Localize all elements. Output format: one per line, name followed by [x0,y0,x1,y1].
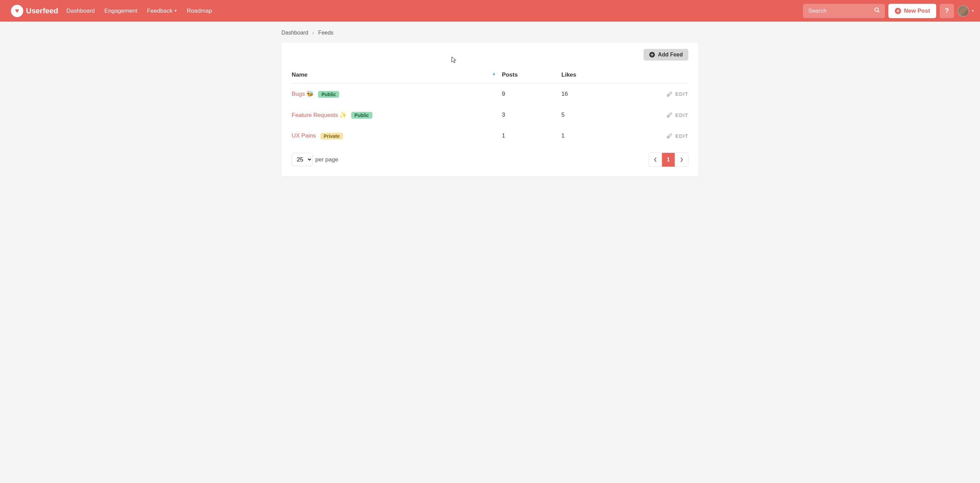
main-content: Dashboard › Feeds Add Feed Name ▲ [282,22,698,185]
feed-likes-count: 16 [562,83,621,105]
visibility-badge: Public [318,91,339,98]
brand-logo[interactable]: ♥ Userfeed [11,5,58,17]
search-input[interactable] [803,4,885,18]
pagination: 1 [649,153,688,167]
column-header-posts[interactable]: Posts [502,67,562,83]
per-page-label: per page [315,156,338,163]
search-wrapper [803,4,885,18]
feed-likes-count: 1 [562,126,621,147]
heart-icon: ♥ [15,7,19,15]
plus-circle-icon [649,52,655,58]
chevron-right-icon [680,157,683,163]
card-footer: 25 per page 1 [292,153,688,167]
user-menu[interactable]: ▼ [958,5,975,17]
edit-icon [667,133,673,139]
new-post-button[interactable]: New Post [888,4,937,18]
chevron-left-icon [654,157,657,163]
chevron-right-icon: › [312,30,314,36]
breadcrumb-current: Feeds [318,30,333,36]
nav-engagement[interactable]: Engagement [104,8,137,14]
navbar-right: New Post ? ▼ [803,4,975,18]
feed-posts-count: 3 [502,105,562,126]
edit-label: EDIT [675,91,688,97]
column-header-actions [621,67,688,83]
caret-down-icon: ▼ [971,9,975,13]
feed-name-link[interactable]: Feature Requests ✨ [292,112,347,118]
feed-name-link[interactable]: Bugs 🐝 [292,91,313,97]
edit-feed-button[interactable]: EDIT [667,91,688,97]
visibility-badge: Public [351,112,372,119]
feeds-card: Add Feed Name ▲ Posts Likes Bugs 🐝 Pu [282,43,698,177]
edit-label: EDIT [675,133,688,139]
per-page-wrapper: 25 per page [292,153,338,166]
nav-feedback-label: Feedback [147,8,173,14]
breadcrumb: Dashboard › Feeds [282,30,698,36]
caret-down-icon: ▼ [174,9,177,13]
page-prev-button[interactable] [649,153,662,167]
top-navbar: ♥ Userfeed Dashboard Engagement Feedback… [0,0,980,22]
breadcrumb-root[interactable]: Dashboard [282,30,308,36]
column-header-likes[interactable]: Likes [562,67,621,83]
edit-icon [667,112,673,118]
edit-feed-button[interactable]: EDIT [667,133,688,139]
feed-likes-count: 5 [562,105,621,126]
plus-circle-icon [894,8,901,14]
sort-ascending-icon: ▲ [492,72,496,76]
edit-label: EDIT [675,112,688,118]
help-button[interactable]: ? [940,4,954,18]
table-row: Feature Requests ✨ Public 3 5 EDIT [292,105,688,126]
edit-feed-button[interactable]: EDIT [667,112,688,118]
table-row: Bugs 🐝 Public 9 16 EDIT [292,83,688,105]
feed-posts-count: 1 [502,126,562,147]
avatar [958,5,969,17]
new-post-label: New Post [904,8,931,14]
logo-icon: ♥ [11,5,23,17]
nav-dashboard[interactable]: Dashboard [66,8,95,14]
table-row: UX Pains Private 1 1 EDIT [292,126,688,147]
add-feed-label: Add Feed [658,52,683,58]
brand-name: Userfeed [26,6,58,15]
visibility-badge: Private [320,133,343,140]
page-number-button[interactable]: 1 [662,153,675,167]
nav-links: Dashboard Engagement Feedback ▼ Roadmap [66,8,803,14]
per-page-select[interactable]: 25 [292,153,313,166]
feeds-table: Name ▲ Posts Likes Bugs 🐝 Public 9 16 [292,67,688,147]
feed-name-link[interactable]: UX Pains [292,132,316,139]
feed-posts-count: 9 [502,83,562,105]
edit-icon [667,91,673,97]
nav-roadmap[interactable]: Roadmap [187,8,212,14]
page-next-button[interactable] [675,153,688,167]
card-header: Add Feed [292,49,688,61]
add-feed-button[interactable]: Add Feed [644,49,688,61]
nav-feedback[interactable]: Feedback ▼ [147,8,177,14]
column-header-name[interactable]: Name ▲ [292,67,502,83]
